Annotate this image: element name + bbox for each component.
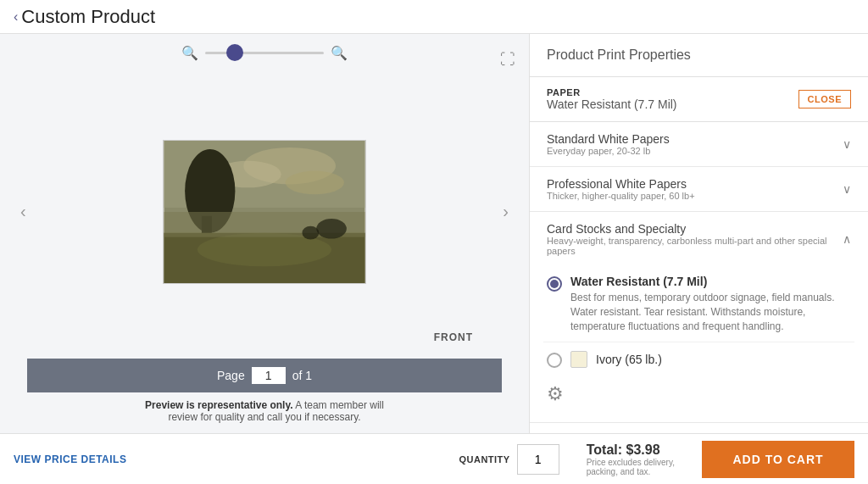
paper-info: PAPER Water Resistant (7.7 Mil) [547, 87, 677, 111]
front-label: FRONT [434, 331, 473, 343]
view-price-details-link[interactable]: VIEW PRICE DETAILS [14, 453, 126, 465]
product-image-frame [163, 140, 366, 284]
accordion-text-standard: Standard White Papers Everyday paper, 20… [547, 132, 670, 156]
accordion-header-cardstocks[interactable]: Card Stocks and Specialty Heavy-weight, … [530, 212, 868, 266]
total-note: Price excludes delivery,packing, and tax… [587, 458, 675, 476]
accordion-text-cardstocks: Card Stocks and Specialty Heavy-weight, … [547, 222, 843, 256]
page-indicator: Page of 1 [27, 359, 502, 392]
color-wheel-icon: ⚙ [543, 376, 854, 412]
svg-point-4 [286, 170, 344, 194]
total-label: Total: [587, 442, 622, 457]
option-name-water-resistant: Water Resistant (7.7 Mil) [570, 275, 851, 288]
quantity-section: QUANTITY [459, 444, 559, 475]
panel-title: Product Print Properties [547, 47, 691, 62]
back-button[interactable]: ‹ [14, 9, 18, 25]
zoom-in-icon[interactable]: 🔍 [331, 45, 348, 61]
radio-inner-water-resistant [550, 280, 559, 288]
svg-point-10 [316, 218, 347, 238]
next-arrow-button[interactable]: › [496, 195, 515, 228]
radio-water-resistant[interactable] [547, 276, 562, 292]
page-title: Custom Product [21, 6, 155, 28]
accordion-subtitle-professional: Thicker, higher-quality paper, 60 lb+ [547, 191, 695, 201]
zoom-track [205, 52, 324, 54]
back-icon: ‹ [14, 9, 18, 25]
right-panel: Product Print Properties PAPER Water Res… [529, 34, 868, 433]
page-label: Page [217, 369, 245, 382]
option-water-resistant[interactable]: Water Resistant (7.7 Mil) Best for menus… [543, 266, 854, 342]
expanded-options: Water Resistant (7.7 Mil) Best for menus… [530, 266, 868, 422]
option-details-water-resistant: Water Resistant (7.7 Mil) Best for menus… [570, 275, 851, 333]
preview-note-bold: Preview is representative only. [145, 399, 293, 411]
paper-value: Water Resistant (7.7 Mil) [547, 97, 677, 111]
paper-label: PAPER [547, 87, 677, 97]
prev-arrow-button[interactable]: ‹ [14, 195, 33, 228]
quantity-label: QUANTITY [459, 454, 509, 465]
option-ivory[interactable]: Ivory (65 lb.) [543, 342, 854, 376]
accordion-title-standard: Standard White Papers [547, 132, 670, 146]
total-amount: Total: $3.98 [587, 442, 675, 458]
accordion-standard-white[interactable]: Standard White Papers Everyday paper, 20… [530, 122, 868, 167]
chevron-standard-icon: ∨ [843, 137, 851, 151]
paper-selected-section: PAPER Water Resistant (7.7 Mil) CLOSE [530, 77, 868, 122]
accordion-title-professional: Professional White Papers [547, 177, 695, 191]
header: ‹ Custom Product [0, 0, 868, 34]
accordion-subtitle-standard: Everyday paper, 20-32 lb [547, 146, 670, 156]
radio-ivory[interactable] [547, 353, 562, 368]
accordion-card-stocks[interactable]: Card Stocks and Specialty Heavy-weight, … [530, 212, 868, 423]
zoom-controls: 🔍 🔍 [14, 44, 515, 61]
expand-icon[interactable]: ⛶ [500, 51, 515, 69]
quantity-input[interactable] [517, 444, 559, 475]
zoom-thumb[interactable] [226, 44, 243, 61]
zoom-slider[interactable] [205, 44, 324, 61]
svg-point-11 [302, 225, 319, 239]
option-name-ivory: Ivory (65 lb.) [596, 353, 662, 366]
accordion-subtitle-cardstocks: Heavy-weight, transparency, carbonless m… [547, 236, 843, 256]
main-layout: 🔍 🔍 ⛶ ‹ [0, 34, 868, 433]
add-to-cart-button[interactable]: ADD TO CART [702, 441, 854, 478]
accordion-text-professional: Professional White Papers Thicker, highe… [547, 177, 695, 201]
total-section: Total: $3.98 Price excludes delivery,pac… [587, 442, 675, 476]
close-button[interactable]: CLOSE [798, 90, 851, 108]
page-input[interactable] [252, 367, 286, 384]
accordion-header-standard[interactable]: Standard White Papers Everyday paper, 20… [530, 122, 868, 166]
option-desc-water-resistant: Best for menus, temporary outdoor signag… [570, 291, 851, 333]
right-panel-header: Product Print Properties [530, 34, 868, 77]
total-value: $3.98 [626, 442, 660, 457]
chevron-professional-icon: ∨ [843, 182, 851, 196]
left-panel: 🔍 🔍 ⛶ ‹ [0, 34, 529, 433]
accordion-professional-white[interactable]: Professional White Papers Thicker, highe… [530, 167, 868, 212]
product-image [164, 141, 365, 283]
preview-note: Preview is representative only. A team m… [137, 399, 392, 423]
accordion-header-professional[interactable]: Professional White Papers Thicker, highe… [530, 167, 868, 211]
preview-area: ‹ [14, 71, 515, 352]
accordion-title-cardstocks: Card Stocks and Specialty [547, 222, 843, 236]
chevron-cardstocks-icon: ∧ [843, 232, 851, 246]
ivory-swatch [570, 351, 587, 368]
footer: VIEW PRICE DETAILS QUANTITY Total: $3.98… [0, 433, 868, 484]
of-label: of 1 [292, 369, 312, 382]
zoom-out-icon[interactable]: 🔍 [181, 45, 198, 61]
